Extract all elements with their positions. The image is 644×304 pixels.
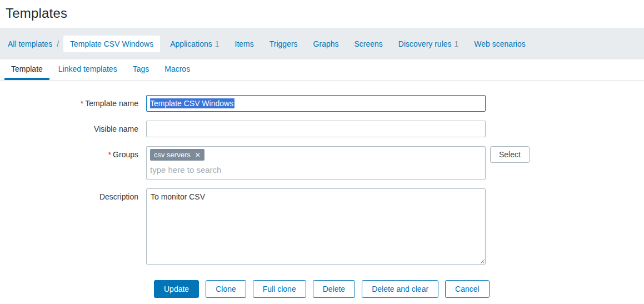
nav-item-screens[interactable]: Screens <box>355 39 383 48</box>
description-row: Description To monitor CSV <box>0 188 644 267</box>
nav-item-graphs[interactable]: Graphs <box>313 39 339 48</box>
breadcrumb-all-templates[interactable]: All templates <box>8 39 52 48</box>
cancel-button[interactable]: Cancel <box>445 280 490 298</box>
page-title: Templates <box>6 6 638 21</box>
nav-item-items[interactable]: Items <box>235 39 254 48</box>
nav-count-discovery-rules: 1 <box>455 39 459 48</box>
delete-and-clear-button[interactable]: Delete and clear <box>362 280 438 298</box>
template-name-input[interactable]: Template CSV Windows <box>146 95 486 112</box>
template-form: *Template name Template CSV Windows Visi… <box>0 81 644 298</box>
form-footer: Update Clone Full clone Delete Delete an… <box>0 280 644 298</box>
breadcrumb-current-template[interactable]: Template CSV Windows <box>63 36 160 52</box>
group-tag-label: csv servers <box>154 151 191 158</box>
template-name-selected-text: Template CSV Windows <box>150 98 234 108</box>
template-name-label: *Template name <box>0 95 146 112</box>
groups-search-input[interactable] <box>150 165 482 175</box>
description-label: Description <box>0 188 146 267</box>
nav-item-triggers[interactable]: Triggers <box>269 39 298 48</box>
groups-select-button[interactable]: Select <box>490 146 530 163</box>
nav-item-discovery-rules[interactable]: Discovery rules1 <box>398 39 459 48</box>
template-name-row: *Template name Template CSV Windows <box>0 95 644 112</box>
visible-name-label: Visible name <box>0 121 146 137</box>
group-tag: csv servers ✕ <box>150 149 204 161</box>
visible-name-input[interactable] <box>146 121 486 137</box>
tab-linked-templates[interactable]: Linked templates <box>52 59 124 80</box>
visible-name-row: Visible name <box>0 121 644 137</box>
update-button[interactable]: Update <box>154 280 199 298</box>
description-textarea[interactable]: To monitor CSV <box>146 188 486 265</box>
tab-template[interactable]: Template <box>4 59 49 80</box>
clone-button[interactable]: Clone <box>206 280 246 298</box>
groups-row: *Groups csv servers ✕ Select <box>0 146 644 180</box>
required-asterisk: * <box>108 150 111 159</box>
full-clone-button[interactable]: Full clone <box>253 280 306 298</box>
groups-multiselect[interactable]: csv servers ✕ <box>146 146 486 180</box>
remove-tag-icon[interactable]: ✕ <box>195 152 201 158</box>
tab-tags[interactable]: Tags <box>126 59 156 80</box>
required-asterisk: * <box>81 99 83 108</box>
tab-bar: Template Linked templates Tags Macros <box>0 59 644 81</box>
breadcrumb-separator: / <box>57 39 59 48</box>
page-header: Templates <box>0 0 644 28</box>
nav-item-web-scenarios[interactable]: Web scenarios <box>474 39 525 48</box>
object-nav: Applications1 Items Triggers Graphs Scre… <box>170 39 541 48</box>
nav-item-applications[interactable]: Applications1 <box>170 39 219 48</box>
delete-button[interactable]: Delete <box>313 280 355 298</box>
breadcrumb-bar: All templates / Template CSV Windows App… <box>0 28 644 59</box>
tab-macros[interactable]: Macros <box>158 59 197 80</box>
nav-count-applications: 1 <box>215 39 219 48</box>
groups-label: *Groups <box>0 146 146 180</box>
